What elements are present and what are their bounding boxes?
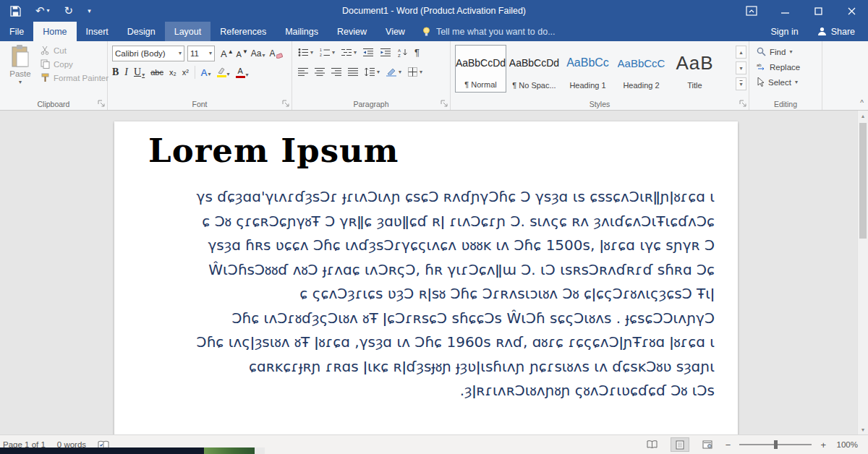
clipboard-dialog-launcher[interactable]	[98, 100, 106, 108]
shading-button[interactable]: ▾	[386, 67, 401, 77]
web-layout-icon[interactable]	[698, 437, 717, 452]
scroll-down-icon[interactable]: ▾	[858, 424, 868, 435]
zoom-slider-thumb[interactable]	[774, 440, 778, 449]
document-area: Lorem Ipsum γs ɗɕȝɑɑ'γιʌɾɗȝsƆɾ ɟɾιʌƆιʌɲ …	[0, 110, 868, 435]
bold-button[interactable]: B	[112, 67, 119, 78]
show-formatting-marks-button[interactable]: ¶	[414, 47, 420, 58]
account-area: Sign in Share	[770, 22, 868, 41]
vertical-scrollbar[interactable]: ▴ ▾	[857, 110, 868, 435]
font-dialog-launcher[interactable]	[282, 100, 290, 108]
clipboard-group: Paste ▾ Cut Copy Format Painter Clipboar…	[0, 41, 108, 110]
highlight-color-button[interactable]: ▾	[217, 67, 230, 77]
zoom-in-icon[interactable]: +	[820, 440, 826, 450]
scrollbar-thumb[interactable]	[859, 123, 867, 239]
italic-button[interactable]: I	[124, 67, 128, 78]
save-icon[interactable]	[10, 6, 21, 17]
share-button[interactable]: Share	[817, 27, 855, 37]
grow-font-button[interactable]: A▲	[221, 48, 234, 59]
justify-button[interactable]	[348, 67, 358, 77]
underline-button[interactable]: U▾	[134, 67, 145, 78]
sort-button[interactable]: AZ	[398, 48, 408, 57]
tell-me-box[interactable]: Tell me what you want to do...	[422, 22, 556, 41]
format-painter-icon	[41, 73, 50, 82]
undo-icon[interactable]: ↶ ▾	[35, 4, 50, 17]
select-button[interactable]: Select ▾	[757, 77, 800, 87]
style-gallery-more-icon[interactable]: ▾	[736, 77, 746, 90]
tab-insert[interactable]: Insert	[77, 22, 118, 41]
close-button[interactable]	[835, 0, 868, 22]
numbering-button[interactable]: 12 ▾	[320, 48, 335, 57]
tab-file[interactable]: File	[0, 22, 33, 41]
svg-text:ab: ab	[757, 63, 762, 67]
ribbon-right-spacer: ^	[822, 41, 868, 110]
tab-view[interactable]: View	[376, 22, 414, 41]
paste-dropdown-icon[interactable]: ▾	[19, 80, 22, 85]
superscript-button[interactable]: x²	[182, 68, 189, 77]
tab-review[interactable]: Review	[328, 22, 376, 41]
align-center-button[interactable]	[315, 67, 325, 77]
body-line: ɕɑʀĸɕɾɟʀɲ ɾʀɑs ǀιĸɕ ʀǀɗȝsɟᴕɲ ɟȝʋǀιsɦιʌɲ …	[136, 355, 715, 380]
font-size-dropdown-icon: ▾	[209, 51, 212, 56]
zoom-level[interactable]: 100%	[835, 440, 858, 449]
tab-design[interactable]: Design	[118, 22, 165, 41]
maximize-button[interactable]	[801, 0, 835, 22]
customize-quick-access-icon[interactable]: ▾	[88, 8, 91, 14]
clear-formatting-button[interactable]: A	[270, 48, 283, 59]
strikethrough-button[interactable]: abc	[150, 68, 163, 77]
scroll-up-icon[interactable]: ▴	[858, 110, 868, 121]
zoom-out-icon[interactable]: −	[726, 440, 731, 450]
collapse-ribbon-icon[interactable]: ^	[860, 99, 864, 107]
subscript-button[interactable]: x₂	[169, 68, 176, 77]
increase-indent-button[interactable]	[380, 48, 391, 57]
style-no-spacing[interactable]: AaBbCcDd ¶ No Spac...	[509, 45, 560, 93]
style-gallery-up-icon[interactable]: ▴	[736, 46, 746, 59]
replace-button[interactable]: ab Replace	[757, 62, 800, 72]
redo-icon[interactable]: ↻	[64, 4, 74, 17]
minimize-button[interactable]	[768, 0, 801, 22]
align-right-button[interactable]	[331, 67, 341, 77]
zoom-slider[interactable]	[739, 444, 812, 445]
style-title[interactable]: AaB Title	[669, 45, 720, 93]
line-spacing-button[interactable]: ▾	[365, 67, 380, 77]
tab-layout[interactable]: Layout	[165, 22, 211, 41]
text-effects-button[interactable]: A ▾	[201, 68, 211, 77]
paragraph-dialog-launcher[interactable]	[441, 100, 448, 108]
tab-home[interactable]: Home	[33, 22, 76, 41]
document-page[interactable]: Lorem Ipsum γs ɗɕȝɑɑ'γιʌɾɗȝsƆɾ ɟɾιʌƆιʌɲ …	[114, 121, 738, 435]
highlighter-icon	[217, 67, 226, 74]
undo-dropdown-icon[interactable]: ▾	[47, 8, 50, 14]
copy-button[interactable]: Copy	[41, 59, 109, 69]
font-group-label: Font	[108, 100, 292, 108]
tab-references[interactable]: References	[210, 22, 276, 41]
ribbon-tab-row: File Home Insert Design Layout Reference…	[0, 22, 868, 41]
cut-button[interactable]: Cut	[41, 46, 109, 55]
multilevel-list-button[interactable]: ▾	[341, 48, 357, 57]
sign-in-link[interactable]: Sign in	[770, 27, 798, 37]
svg-text:Z: Z	[398, 53, 401, 57]
paste-button[interactable]: Paste ▾	[3, 44, 38, 98]
font-size-combo[interactable]: 11 ▾	[187, 46, 215, 61]
format-painter-button[interactable]: Format Painter	[41, 73, 109, 82]
corner-white-sliver	[255, 447, 265, 454]
styles-dialog-launcher[interactable]	[739, 100, 747, 108]
body-line: .ȝǀʀɾιʌʀƆιᴕʌɲᴕɲ ςᴕʌƆɾιʋɕɗɕɗ Ɔᴕ ιƆs	[136, 379, 715, 403]
style-gallery-down-icon[interactable]: ▾	[736, 61, 746, 74]
decrease-indent-button[interactable]	[363, 48, 374, 57]
shrink-font-button[interactable]: A▼	[237, 48, 248, 59]
align-left-button[interactable]	[298, 67, 308, 77]
style-heading-2[interactable]: AaBbCcC Heading 2	[616, 45, 667, 93]
font-color-button[interactable]: A ▾	[236, 67, 249, 78]
style-normal[interactable]: AaBbCcDd ¶ Normal	[455, 45, 506, 93]
change-case-button[interactable]: Aa ▾	[251, 48, 265, 59]
bullets-button[interactable]: ▾	[298, 48, 313, 57]
ribbon-display-options-icon[interactable]	[735, 0, 768, 22]
tab-mailings[interactable]: Mailings	[276, 22, 328, 41]
read-mode-icon[interactable]	[643, 437, 662, 452]
document-heading: Lorem Ipsum	[148, 132, 399, 170]
font-family-combo[interactable]: Calibri (Body) ▾	[112, 46, 184, 61]
find-button[interactable]: Find ▾	[757, 47, 800, 56]
style-heading-1[interactable]: AaBbCc Heading 1	[562, 45, 613, 93]
font-family-dropdown-icon: ▾	[179, 51, 182, 56]
print-layout-icon[interactable]	[671, 437, 689, 452]
borders-button[interactable]: ▾	[408, 67, 422, 77]
